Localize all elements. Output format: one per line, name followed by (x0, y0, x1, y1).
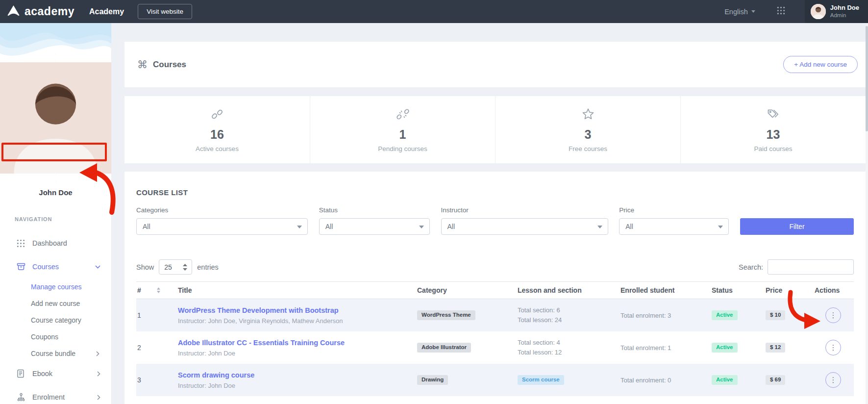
course-title-link[interactable]: Adobe Illustrator CC - Essentials Traini… (178, 339, 345, 347)
column-header-category[interactable]: Category (413, 286, 514, 294)
course-title-link[interactable]: WordPress Theme Development with Bootstr… (178, 306, 339, 314)
sidebar-item-ebook[interactable]: Ebook (0, 362, 111, 385)
course-title-link[interactable]: Scorm drawing course (178, 371, 254, 379)
chevron-down-icon (95, 265, 100, 269)
row-number: 2 (136, 344, 174, 352)
category-cell: Adobe Illustrator (413, 343, 514, 353)
table-header: # Title Category Lesson and section Enro… (136, 281, 854, 299)
column-header-enrolled[interactable]: Enrolled student (617, 286, 708, 294)
page-title-wrap: ⌘ Courses (137, 59, 186, 71)
filter-button[interactable]: Filter (740, 218, 854, 235)
price-badge: $ 12 (766, 343, 785, 353)
sidebar-item-course-bundle[interactable]: Course bundle (0, 345, 111, 362)
sidebar-item-coupons[interactable]: Coupons (0, 328, 111, 345)
sidebar-item-label: Add new course (31, 300, 80, 307)
column-header-title[interactable]: Title (174, 286, 413, 294)
chevron-down-icon (718, 226, 723, 228)
sidebar-item-courses[interactable]: Courses (0, 255, 111, 278)
brand-text: academy (25, 5, 74, 18)
stat-active-courses: 16 Active courses (124, 96, 310, 163)
user-role: Admin (830, 12, 859, 19)
status-badge: Active (712, 343, 738, 353)
lesson-section-cell: Total section: 4 Total lesson: 12 (514, 338, 617, 357)
apps-grid-button[interactable] (777, 6, 785, 17)
total-section: Total section: 6 (518, 305, 617, 315)
status-filter: Status All (319, 206, 430, 235)
visit-website-button[interactable]: Visit website (138, 4, 192, 19)
topbar: academy Academy Visit website English (0, 0, 868, 23)
broken-link-icon (396, 107, 410, 123)
enrolled-cell: Total enrolment: 3 (617, 312, 708, 319)
entries-label: entries (197, 263, 219, 271)
more-vertical-icon: ⋮ (830, 311, 837, 320)
row-actions-button[interactable]: ⋮ (825, 372, 841, 388)
language-label: English (724, 8, 748, 16)
price-filter-select[interactable]: All (619, 218, 729, 235)
category-cell: Drawing (413, 375, 514, 385)
archive-icon (17, 262, 26, 272)
stat-label: Pending courses (378, 145, 427, 152)
sidebar-item-add-new-course[interactable]: Add new course (0, 295, 111, 312)
add-new-course-button[interactable]: + Add new course (783, 56, 858, 73)
table-row: 2 Adobe Illustrator CC - Essentials Trai… (136, 331, 854, 364)
stat-label: Active courses (196, 145, 239, 152)
link-icon (210, 107, 224, 123)
categories-filter-select[interactable]: All (136, 218, 308, 235)
language-selector[interactable]: English (724, 8, 755, 16)
actions-cell: ⋮ (811, 372, 854, 388)
chevron-right-icon (97, 371, 100, 377)
price-cell: $ 69 (762, 375, 811, 385)
status-cell: Active (708, 375, 762, 385)
category-badge: Drawing (417, 375, 448, 385)
column-header-num[interactable]: # (136, 286, 174, 294)
column-header-lesson[interactable]: Lesson and section (514, 286, 617, 294)
filter-label: Instructor (441, 206, 608, 214)
page-scrollbar[interactable] (866, 23, 868, 404)
chevron-down-icon (597, 226, 602, 228)
column-header-price[interactable]: Price (762, 286, 811, 294)
total-lesson: Total lesson: 12 (518, 348, 617, 357)
price-cell: $ 12 (762, 343, 811, 353)
avatar[interactable] (0, 52, 111, 183)
search-input[interactable] (768, 259, 854, 275)
sidebar-item-enrolment[interactable]: Enrolment (0, 385, 111, 404)
selected-value: All (325, 223, 333, 230)
filter-label: Categories (136, 206, 308, 214)
categories-filter: Categories All (136, 206, 308, 235)
instructor-filter-select[interactable]: All (441, 218, 608, 235)
row-number: 1 (136, 311, 174, 319)
star-icon (581, 107, 595, 123)
sidebar-item-label: Course category (31, 316, 81, 324)
column-header-actions: Actions (811, 286, 854, 294)
sidebar-item-course-category[interactable]: Course category (0, 312, 111, 328)
chevron-down-icon (297, 226, 302, 228)
selected-value: All (447, 223, 455, 230)
selected-value: All (625, 223, 633, 230)
page-header: ⌘ Courses + Add new course (124, 42, 866, 87)
tags-icon (767, 107, 780, 123)
scrollbar-thumb[interactable] (866, 26, 868, 131)
chevron-right-icon (96, 351, 99, 356)
sidebar-item-label: Manage courses (31, 283, 82, 291)
sidebar-item-label: Ebook (32, 370, 52, 378)
nav-section-label: NAVIGATION (15, 216, 111, 222)
chevron-down-icon (419, 226, 424, 228)
main-content: ⌘ Courses + Add new course 16 Active cou… (112, 23, 868, 404)
status-filter-select[interactable]: All (319, 218, 430, 235)
stat-free-courses: 3 Free courses (495, 96, 680, 163)
stats-cards: 16 Active courses 1 Pending courses (124, 96, 866, 163)
category-cell: WordPress Theme (413, 310, 514, 320)
sidebar-item-manage-courses[interactable]: Manage courses (0, 278, 111, 295)
instructor-text: Instructor: John Doe (178, 382, 413, 389)
column-header-status[interactable]: Status (708, 286, 762, 294)
instructor-text: Instructor: John Doe (178, 350, 413, 357)
sidebar-item-dashboard[interactable]: Dashboard (0, 231, 111, 255)
user-menu[interactable]: John Doe Admin (805, 0, 868, 23)
brand-logo[interactable]: academy (7, 5, 74, 19)
page-size-select[interactable]: 25 (159, 259, 192, 275)
row-actions-button[interactable]: ⋮ (825, 340, 841, 355)
sidebar-item-label: Courses (32, 263, 59, 271)
price-cell: $ 10 (762, 310, 811, 320)
row-actions-button[interactable]: ⋮ (825, 307, 841, 323)
course-list-heading: COURSE LIST (136, 188, 854, 197)
